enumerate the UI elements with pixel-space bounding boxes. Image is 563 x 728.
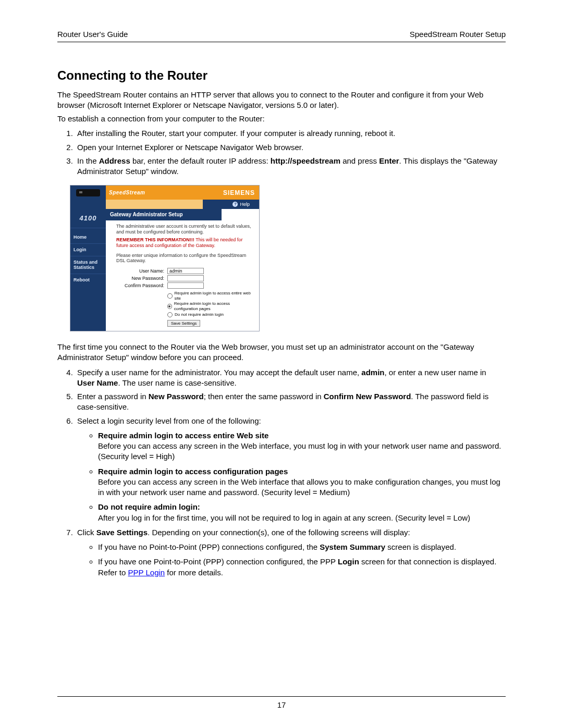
security-option-low: Do not require admin login: After you lo… [98, 502, 506, 523]
setup-form: User Name: New Password: Confirm Passwor… [106, 265, 259, 331]
step-1: After installing the Router, start your … [75, 128, 506, 139]
panel-warning: REMEMBER THIS INFORMATION!!! This will b… [106, 236, 259, 250]
intro-paragraph-2: To establish a connection from your comp… [57, 114, 506, 124]
siemens-logo: SIEMENS [219, 186, 259, 200]
radio-option-none[interactable]: Do not require admin login [167, 312, 254, 317]
security-option-medium: Require admin login to access configurat… [98, 466, 506, 498]
sidebar-item-login[interactable]: Login [70, 243, 106, 256]
panel-text-2: Please enter unique information to confi… [106, 250, 259, 265]
intro-paragraph-1: The SpeedStream Router contains an HTTP … [57, 90, 506, 111]
ppp-login-link[interactable]: PPP Login [128, 568, 165, 577]
sidebar-item-home[interactable]: Home [70, 228, 106, 243]
step-5: Enter a password in New Password; then e… [75, 391, 506, 413]
sidebar-item-status[interactable]: Status and Statistics [70, 256, 106, 274]
page-title: Connecting to the Router [57, 67, 506, 84]
running-header: Router User's Guide SpeedStream Router S… [57, 29, 506, 42]
header-right: SpeedStream Router Setup [410, 29, 506, 40]
screenshot-topbar: SpeedStream SIEMENS [70, 186, 259, 200]
screenshot-helpbar: Help [70, 200, 259, 209]
row-confirmpassword: Confirm Password: [116, 282, 254, 289]
step-3: In the Address bar, enter the default ro… [75, 156, 506, 177]
security-options: Require admin login to access entire Web… [77, 430, 506, 523]
label-newpassword: New Password: [116, 276, 167, 281]
row-username: User Name: [116, 268, 254, 274]
model-number: 4100 [70, 209, 106, 228]
security-option-high: Require admin login to access entire Web… [98, 430, 506, 462]
steps-list-mid: Specify a user name for the administrato… [57, 367, 506, 578]
step-6: Select a login security level from one o… [75, 416, 506, 523]
input-username[interactable] [167, 268, 204, 274]
step-2: Open your Internet Explorer or Netscape … [75, 142, 506, 153]
brand-label: SpeedStream [106, 186, 219, 200]
steps-list-top: After installing the Router, start your … [57, 128, 506, 177]
router-icon [76, 189, 100, 196]
step-7: Click Save Settings. Depending on your c… [75, 527, 506, 578]
result-ppp-login: If you have one Point-to-Point (PPP) con… [98, 557, 506, 578]
label-username: User Name: [116, 268, 167, 274]
after-screenshot-text: The first time you connect to the Router… [57, 342, 506, 363]
save-settings-button[interactable]: Save Settings [167, 320, 200, 327]
screenshot-sidebar: 4100 Home Login Status and Statistics Re… [70, 209, 106, 331]
panel-text-1: The administrative user account is curre… [106, 220, 259, 236]
screenshot-main: Gateway Administrator Setup The administ… [106, 209, 259, 331]
sidebar-item-reboot[interactable]: Reboot [70, 274, 106, 286]
panel-title: Gateway Administrator Setup [106, 209, 222, 220]
router-photo-cell [70, 186, 106, 200]
input-newpassword[interactable] [167, 275, 204, 281]
screenshot-body: 4100 Home Login Status and Statistics Re… [70, 209, 259, 331]
label-confirmpassword: Confirm Password: [116, 283, 167, 289]
radio-option-full[interactable]: Require admin login to access entire web… [167, 291, 254, 301]
manual-page: Router User's Guide SpeedStream Router S… [0, 0, 563, 728]
input-confirmpassword[interactable] [167, 282, 204, 289]
page-number: 17 [57, 696, 506, 710]
help-link[interactable]: Help [203, 200, 259, 209]
radio-group: Require admin login to access entire web… [167, 291, 254, 317]
step-4: Specify a user name for the administrato… [75, 367, 506, 389]
result-screens: If you have no Point-to-Point (PPP) conn… [77, 542, 506, 578]
result-system-summary: If you have no Point-to-Point (PPP) conn… [98, 542, 506, 552]
row-newpassword: New Password: [116, 275, 254, 281]
router-setup-screenshot: SpeedStream SIEMENS Help 4100 Home Login… [70, 185, 260, 331]
header-left: Router User's Guide [57, 29, 128, 40]
radio-option-config[interactable]: Require admin login to access configurat… [167, 301, 254, 311]
